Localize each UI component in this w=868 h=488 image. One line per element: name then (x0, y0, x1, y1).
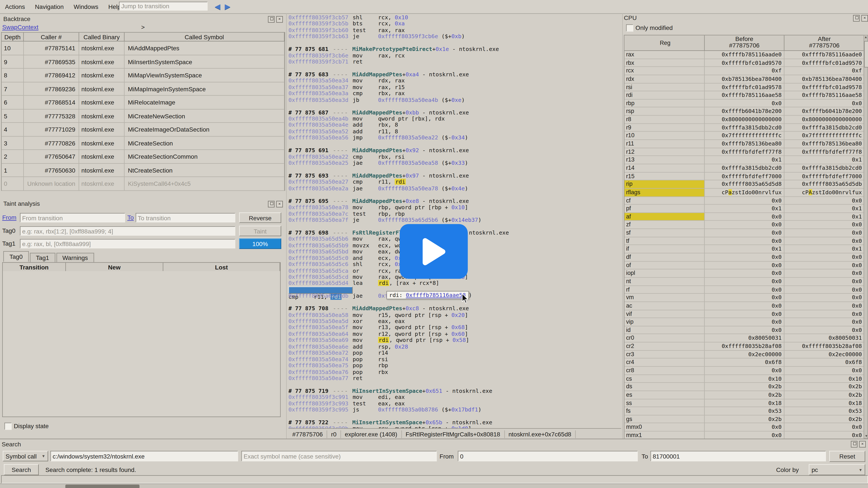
instruction-address[interactable]: 0xfffff80359f3cb60 (288, 27, 352, 33)
disasm-line[interactable]: 0xfffff80359f3cb71ret (288, 59, 621, 65)
disasm-line[interactable]: 0xfffff8035a50ea5dxoreax, eax (288, 318, 621, 324)
instruction-address[interactable]: 0xfffff8035a65d5cd (288, 274, 352, 280)
instruction-address[interactable]: 0xfffff8035a50ea75 (288, 362, 352, 368)
disasm-line[interactable]: 0xfffff8035a50ea72popr14 (288, 350, 621, 356)
disasm-line[interactable]: 0xfffff8035a50ea69movrdi, qword ptr [rsp… (288, 337, 621, 344)
cpu-row[interactable]: cr00x800500310x80050031 (624, 334, 864, 342)
splitter-left[interactable] (286, 13, 287, 438)
backtrace-row[interactable]: 3#77770826ntoskrnl.exeMiCreateSection (2, 136, 285, 150)
search-to-input[interactable] (650, 451, 826, 461)
backtrace-col-header[interactable]: Depth (2, 33, 24, 42)
function-name[interactable]: MiAddMappedPtes (352, 109, 402, 115)
cpu-row[interactable]: rbp0x00x0 (624, 99, 864, 107)
jump-target[interactable]: 0xfffff8035a50ea78 (378, 185, 438, 191)
function-name[interactable]: MiAddMappedPtes (352, 305, 402, 312)
disasm-line[interactable]: 0xfffff80359f3c995js0xfffff8035a0b8786 (… (288, 407, 621, 413)
instruction-address[interactable]: 0xfffff8035a65d5c0 (288, 255, 352, 261)
cpu-row[interactable]: vm0x00x0 (624, 294, 864, 302)
instruction-address[interactable]: 0xfffff8035a50ea6e (288, 344, 352, 350)
col-before[interactable]: Before#77875706 (705, 35, 784, 51)
tab-warnings[interactable]: Warnings (56, 253, 94, 262)
instruction-address[interactable]: 0xfffff8035a65d5b6 (288, 236, 352, 242)
cpu-row[interactable]: r130x10x1 (624, 156, 864, 164)
cpu-row[interactable]: ac0x00x0 (624, 302, 864, 310)
disasm-line[interactable]: 0xfffff8035a50ea37movrax, r15 (288, 84, 621, 90)
disasm-line[interactable]: 0xfffff8035a50ea22cmprbx, rsi (288, 154, 621, 160)
jump-target[interactable]: 0xfffff8035a50ea4b (378, 97, 438, 103)
menu-item-windows[interactable]: Windows (69, 1, 103, 13)
instruction-address[interactable]: 0xfffff8035a50ea22 (288, 154, 352, 160)
cpu-row[interactable]: r140xffffa3815dbb2cd00xffffa3815dbb2cd0 (624, 164, 864, 172)
disasm-line[interactable]: 0xfffff80359f3cb5bbtsrcx, 0xa (288, 21, 621, 27)
instruction-address[interactable]: 0xfffff8035a50ea3d (288, 97, 352, 103)
backtrace-row[interactable]: 6#77868514ntoskrnl.exeMiRelocateImage (2, 96, 285, 109)
from-link[interactable]: From (2, 213, 17, 222)
disasm-line[interactable]: 0xfffff8035a50ea56jmp0xfffff8035a50ea22 … (288, 135, 621, 141)
instruction-address[interactable]: 0xfffff8035a50ea64 (288, 331, 352, 337)
instruction-address[interactable]: 0xfffff8035a65d5db (288, 293, 352, 299)
instruction-address[interactable]: 0xfffff8035a50ea78 (288, 204, 352, 210)
backtrace-row[interactable]: 4#77771029ntoskrnl.exeMiCreateImageOrDat… (2, 123, 285, 136)
cpu-row[interactable]: af0x00x1 (624, 213, 864, 221)
display-state-checkbox[interactable] (4, 423, 11, 430)
cpu-row[interactable]: rf0x00x0 (624, 286, 864, 294)
cpu-scrollbar[interactable]: ▲▼ (864, 35, 868, 439)
disasm-line[interactable]: 0xfffff8035a50ea5fmovr13, qword ptr [rsp… (288, 324, 621, 331)
instruction-address[interactable]: 0xfffff80359f3cb6e (288, 52, 352, 59)
to-link[interactable]: To (127, 213, 134, 222)
instruction-address[interactable]: 0xfffff8035a50ea5f (288, 324, 352, 331)
jump-target[interactable]: 0xfffff8035a50ea22 (378, 135, 438, 141)
backtrace-col-header[interactable]: Caller # (24, 33, 79, 42)
jump-to-transition-input[interactable] (119, 2, 208, 11)
function-name[interactable]: MiMakePrototypePteDirect (352, 46, 432, 52)
instruction-address[interactable]: 0xfffff8035a65d5bd (288, 249, 352, 255)
cpu-row[interactable]: rdi0xffffb785116aae580xffffb785116aae58 (624, 92, 864, 99)
backtrace-row[interactable]: 9#77869535ntoskrnl.exeMiInsertInSystemSp… (2, 55, 285, 69)
backtrace-col-header[interactable]: Called Binary (79, 33, 125, 42)
forward-arrow-icon[interactable]: ▶ (225, 1, 230, 13)
disasm-line[interactable]: 0xfffff80359f3cb6emovrax, rcx (288, 52, 621, 59)
instruction-address[interactable]: 0xfffff8035a50ea69 (288, 337, 352, 344)
instruction-address[interactable]: 0xfffff8035a50ea37 (288, 84, 352, 90)
instruction-address[interactable]: 0xfffff8035a50ea77 (288, 375, 352, 381)
cpu-row[interactable]: rsp0xffffb6041b78e2000xffffb6041b78e200 (624, 107, 864, 116)
cpu-row[interactable]: cs0x100x10 (624, 375, 864, 383)
undock-icon[interactable] (268, 16, 275, 23)
tag1-input[interactable] (20, 239, 236, 248)
cpu-row[interactable]: mmx00x00x0 (624, 423, 864, 431)
disasm-line[interactable]: 0xfffff8035a50ea77ret (288, 375, 621, 381)
instruction-address[interactable]: 0xfffff8035a50ea4b (288, 116, 352, 122)
search-type-dropdown[interactable]: Symbol call▼ (3, 451, 48, 461)
cpu-row[interactable]: sf0x00x0 (624, 229, 864, 237)
instruction-address[interactable]: 0xfffff80359f3cb71 (288, 59, 352, 65)
disasm-line[interactable]: 0xfffff8035a50ea64movr12, qword ptr [rsp… (288, 331, 621, 337)
instruction-address[interactable]: 0xfffff8035a50ea58 (288, 312, 352, 318)
cpu-row[interactable]: r90xffffa3815dbb2cd00xffffa3815dbb2cd0 (624, 124, 864, 132)
disasm-line[interactable]: 0xfffff8035a50ea34movrdx, rax (288, 77, 621, 84)
instruction-address[interactable]: 0xfffff8035a50ea25 (288, 160, 352, 166)
cpu-row[interactable]: mmx10x00x0 (624, 432, 864, 439)
close-icon[interactable]: × (861, 15, 868, 22)
cpu-row[interactable]: rcx0xf0xf (624, 67, 864, 75)
instruction-address[interactable]: 0xfffff8035a65d5d4 (288, 280, 352, 286)
close-icon[interactable]: × (276, 16, 283, 23)
col-reg[interactable]: Reg (624, 35, 705, 51)
cpu-row[interactable]: if0x10x1 (624, 245, 864, 253)
cpu-row[interactable]: rsi0xfffffbfc01ad95780xfffffbfc01ad9578 (624, 83, 864, 91)
instruction-address[interactable]: 0xfffff8035a50ea3a (288, 90, 352, 97)
function-name[interactable]: MiAddMappedPtes (352, 198, 402, 204)
function-name[interactable]: MiInsertInSystemSpace (352, 419, 423, 425)
instruction-address[interactable]: 0xfffff80359f3cb63 (288, 33, 352, 40)
reset-button[interactable]: Reset (829, 451, 865, 462)
function-name[interactable]: MiInsertInSystemSpace (352, 388, 423, 394)
cpu-row[interactable]: zf0x00x0 (624, 221, 864, 229)
cpu-row[interactable]: es0x2b0x2b (624, 391, 864, 399)
cpu-row[interactable]: r100x7ffffffffffffffc0x7ffffffffffffffc (624, 132, 864, 140)
disasm-line[interactable]: 0xfffff80359f3cb63je0xfffff80359f3cb6e (… (288, 33, 621, 40)
color-by-dropdown[interactable]: pc▼ (809, 464, 865, 475)
jump-target[interactable]: 0xfffff8035a65d5b6 (378, 217, 438, 223)
function-name[interactable]: MiAddMappedPtes (352, 172, 402, 178)
disasm-line[interactable]: 0xfffff8035a50ea4eaddrbx, 8 (288, 122, 621, 128)
disasm-line[interactable]: 0xfffff8035a50ea4bmovqword ptr [rbx], rd… (288, 116, 621, 122)
backtrace-row[interactable]: 0Unknown locationntoskrnl.exeKiSystemCal… (2, 177, 285, 191)
